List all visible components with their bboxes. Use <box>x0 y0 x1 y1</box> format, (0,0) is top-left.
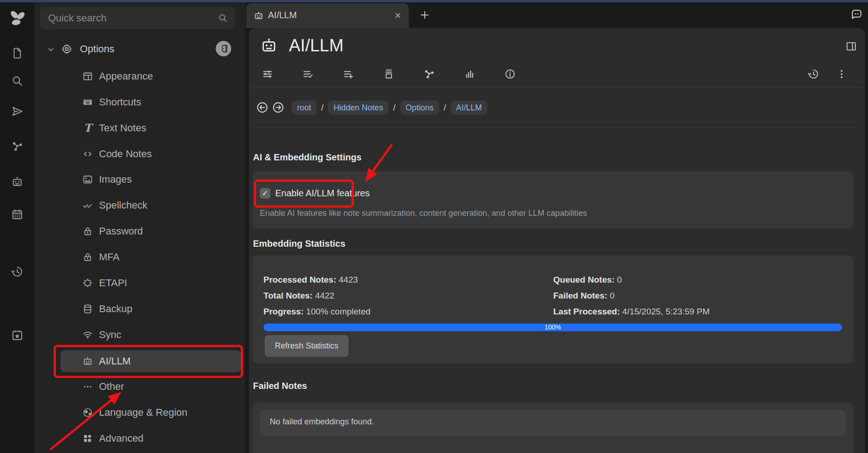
robot-icon <box>82 356 93 367</box>
new-tab-button[interactable] <box>419 9 431 21</box>
sidebar-item-etapi[interactable]: ETAPI <box>35 273 245 293</box>
globe-icon <box>82 407 93 418</box>
sidebar-item-shortcuts[interactable]: Shortcuts <box>35 92 245 112</box>
note-revisions-button[interactable] <box>804 65 823 83</box>
breadcrumb-separator: / <box>321 103 323 113</box>
launcher-today-button[interactable] <box>11 329 24 342</box>
breadcrumb-item-ai-llm[interactable]: AI/LLM <box>451 100 487 115</box>
ribbon-box-stack-button[interactable] <box>380 65 398 83</box>
image-icon <box>82 174 93 185</box>
breadcrumb-separator: / <box>393 103 395 113</box>
ai-description: Enable AI features like note summarizati… <box>260 209 587 218</box>
sidebar-item-mfa[interactable]: MFA <box>35 247 245 267</box>
kebab-icon <box>836 68 848 80</box>
database-icon <box>82 304 93 314</box>
launcher-jump-to-note-button[interactable] <box>11 105 24 118</box>
tab-label[interactable]: AI/LLM <box>268 10 297 20</box>
tree-root-row[interactable]: Options <box>35 41 245 58</box>
sidebar-item-label[interactable]: Advanced <box>99 433 144 444</box>
note-menu-button[interactable] <box>833 65 851 83</box>
sidebar-item-label[interactable]: AI/LLM <box>99 355 131 367</box>
breadcrumb-item-options[interactable]: Options <box>400 100 439 115</box>
sidebar-item-appearance[interactable]: Appearance <box>35 66 245 86</box>
chevron-down-icon[interactable] <box>46 45 55 54</box>
history-forward-button[interactable] <box>272 101 284 114</box>
launcher-calendar-button[interactable] <box>11 208 24 221</box>
ribbon-info-button[interactable] <box>501 65 519 83</box>
section-heading-ai: AI & Embedding Settings <box>253 152 362 163</box>
history-back-button[interactable] <box>256 101 268 114</box>
sidebar-item-label[interactable]: Images <box>99 174 132 185</box>
code-icon <box>82 149 93 159</box>
robot-icon <box>253 10 264 21</box>
list-plus-icon <box>342 68 354 80</box>
sliders-icon <box>262 68 273 80</box>
quick-search-input[interactable] <box>40 7 235 29</box>
note-title[interactable]: AI/LLM <box>289 36 343 55</box>
enable-ai-label[interactable]: Enable AI/LLM features <box>275 188 370 199</box>
sidebar-item-images[interactable]: Images <box>35 169 245 189</box>
launcher-note-map-button[interactable] <box>11 140 24 153</box>
sidebar-item-other[interactable]: Other <box>35 377 245 397</box>
burst-icon <box>82 278 93 289</box>
sidebar-item-label[interactable]: Spellcheck <box>99 199 147 211</box>
spellcheck-icon <box>82 200 93 211</box>
lock-icon <box>82 252 93 263</box>
embedding-progress-bar: 100% <box>263 324 842 331</box>
nodes-icon <box>423 68 435 80</box>
breadcrumb-item-root[interactable]: root <box>292 100 317 115</box>
sidebar-item-language-region[interactable]: Language & Region <box>35 403 245 423</box>
sidebar-item-label[interactable]: Other <box>99 381 124 393</box>
sidebar-item-label[interactable]: MFA <box>99 251 119 263</box>
enable-ai-checkbox[interactable]: ✓ <box>260 188 270 199</box>
ribbon-list-plus-button[interactable] <box>339 65 357 83</box>
launcher-new-note-button[interactable] <box>11 47 24 60</box>
info-icon <box>504 68 516 80</box>
panel-split-icon[interactable] <box>845 40 857 52</box>
ribbon-list-check-button[interactable] <box>299 65 317 83</box>
close-icon[interactable] <box>393 11 402 20</box>
sidebar-item-label[interactable]: ETAPI <box>99 277 127 289</box>
divider <box>253 127 861 128</box>
sidebar-item-spellcheck[interactable]: Spellcheck <box>35 195 245 215</box>
sidebar-item-label[interactable]: Backup <box>99 303 132 315</box>
refresh-statistics-button[interactable]: Refresh Statistics <box>265 335 348 357</box>
sidebar-item-advanced[interactable]: Advanced <box>35 428 245 448</box>
search-icon[interactable] <box>218 13 228 23</box>
launcher-search-button[interactable] <box>11 75 24 87</box>
blocks-icon <box>82 433 93 444</box>
sidebar-item-label[interactable]: Appearance <box>99 70 153 82</box>
ribbon-sliders-button[interactable] <box>258 65 277 83</box>
ellipsis-icon <box>82 381 93 392</box>
sidebar-item-text-notes[interactable]: TText Notes <box>35 118 245 138</box>
breadcrumb-item-hidden-notes[interactable]: Hidden Notes <box>328 100 388 115</box>
chat-icon[interactable] <box>850 8 863 21</box>
sidebar-item-label[interactable]: Text Notes <box>99 122 146 134</box>
embedding-stats-card: Processed Notes: 4423Total Notes: 4422Pr… <box>253 255 853 363</box>
sidebar-item-sync[interactable]: Sync <box>35 325 245 345</box>
tab-ai-llm[interactable]: AI/LLM <box>246 3 409 28</box>
launcher-recent-changes-button[interactable] <box>11 265 24 278</box>
sidebar-item-label[interactable]: Language & Region <box>99 407 188 418</box>
quick-search <box>40 7 235 29</box>
sidebar-item-backup[interactable]: Backup <box>35 299 245 319</box>
failed-notes-empty-text: No failed embeddings found. <box>270 417 374 427</box>
sidebar-item-label[interactable]: Shortcuts <box>99 96 141 108</box>
note-tree-sidebar: Options AppearanceShortcutsTText NotesCo… <box>35 2 245 453</box>
sidebar-item-label[interactable]: Password <box>99 225 143 237</box>
tree-root-label[interactable]: Options <box>80 43 114 55</box>
launcher-ai-chat-button[interactable] <box>11 175 24 188</box>
ribbon-bars-button[interactable] <box>461 65 479 83</box>
lock-icon <box>82 226 93 237</box>
unhoist-button[interactable] <box>216 41 231 56</box>
sidebar-item-code-notes[interactable]: Code Notes <box>35 144 245 164</box>
trilium-logo-icon <box>7 8 28 29</box>
failed-notes-empty: No failed embeddings found. <box>260 410 846 436</box>
ribbon-nodes-button[interactable] <box>420 65 438 83</box>
sidebar-item-password[interactable]: Password <box>35 221 245 241</box>
sidebar-item-label[interactable]: Sync <box>99 329 121 341</box>
sidebar-item-ai-llm[interactable]: AI/LLM <box>35 351 245 371</box>
stat-failed-notes: Failed Notes: 0 <box>553 291 615 301</box>
sidebar-item-label[interactable]: Code Notes <box>99 148 152 160</box>
stat-last-processed: Last Processed: 4/15/2025, 5:23:59 PM <box>553 307 709 317</box>
